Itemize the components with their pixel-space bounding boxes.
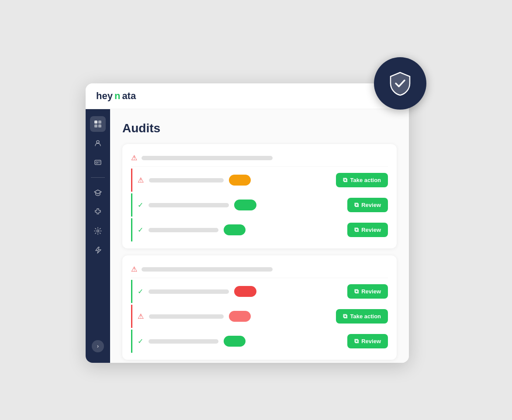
svg-rect-1 [98,120,101,124]
logo-ata: ata [122,90,136,102]
shield-badge [374,57,426,110]
app-header: heynata [86,83,409,109]
audit-row-1-1: ⚠ ⧉ Take action [131,169,388,192]
sidebar: › [86,109,110,363]
sidebar-icon-graduation[interactable] [90,185,106,200]
warning-icon-1: ⚠ [138,176,144,184]
audit-rows-2: ✓ ⧉ Review ⚠ [131,280,388,353]
status-badge-red-1 [234,286,256,297]
check-icon-1: ✓ [138,201,143,209]
sidebar-divider-1 [91,177,105,178]
status-badge-salmon-1 [229,311,251,322]
review-button-1[interactable]: ⧉ Review [347,198,388,212]
main-content: Audits ⚠ ⚠ [110,109,409,363]
copy-icon-3: ⧉ [354,226,359,234]
copy-icon-6: ⧉ [354,337,359,345]
row-text-2-1 [149,289,229,294]
app-window: heynata [86,83,409,363]
review-button-4[interactable]: ⧉ Review [347,334,388,348]
audit-header-text-1 [142,156,273,160]
copy-icon-5: ⧉ [343,313,347,320]
copy-icon-4: ⧉ [354,288,359,295]
page-title: Audits [122,121,397,135]
row-text-1-3 [149,228,218,232]
warning-icon-3: ⚠ [138,312,144,320]
audit-row-2-1: ✓ ⧉ Review [131,280,388,303]
audit-row-1-2: ✓ ⧉ Review [131,193,388,217]
check-icon-3: ✓ [138,287,143,296]
copy-icon-1: ⧉ [343,176,347,184]
audit-row-2-2: ⚠ ⧉ Take action [131,305,388,328]
take-action-button-1[interactable]: ⧉ Take action [336,173,388,187]
status-badge-green-1 [234,200,256,210]
warning-icon: ⚠ [131,154,137,162]
check-icon-4: ✓ [138,337,143,345]
sidebar-icon-id[interactable] [90,155,106,170]
sidebar-expand-button[interactable]: › [92,340,104,352]
check-icon-2: ✓ [138,226,143,234]
review-label-3: Review [361,288,381,295]
svg-point-10 [97,230,99,232]
warning-icon-2: ⚠ [131,265,137,273]
review-button-3[interactable]: ⧉ Review [347,284,388,299]
status-badge-green-3 [224,336,246,347]
logo-n: n [114,90,120,102]
svg-point-6 [96,162,98,163]
shield-icon [387,70,413,96]
svg-rect-3 [98,124,101,127]
row-text-1-1 [149,178,224,182]
audit-row-2-3: ✓ ⧉ Review [131,330,388,353]
sidebar-icon-puzzle[interactable] [90,204,106,220]
status-badge-green-2 [224,224,246,235]
sidebar-icon-users[interactable] [90,135,106,151]
logo: heynata [96,90,136,102]
review-label-4: Review [361,338,381,344]
outer-wrapper: heynata [86,57,426,363]
audit-row-1-3: ✓ ⧉ Review [131,218,388,241]
sidebar-icon-dashboard[interactable] [90,116,106,132]
status-badge-yellow-1 [229,175,251,186]
audit-rows-1: ⚠ ⧉ Take action ✓ [131,169,388,241]
svg-rect-0 [94,120,97,124]
svg-point-4 [97,141,99,143]
sidebar-icon-settings[interactable] [90,223,106,239]
row-text-2-2 [149,314,224,319]
take-action-label-2: Take action [350,313,381,320]
take-action-button-2[interactable]: ⧉ Take action [336,309,388,324]
svg-rect-2 [94,124,97,127]
chevron-right-icon: › [97,343,99,349]
audit-card-2: ⚠ ✓ ⧉ Review [122,255,397,360]
row-text-1-2 [149,203,229,207]
sidebar-icon-bolt[interactable] [90,242,106,258]
row-text-2-3 [149,339,218,344]
audit-card-1-header: ⚠ [131,151,388,167]
audit-card-1: ⚠ ⚠ ⧉ Take action [122,144,397,248]
review-label-2: Review [361,227,381,233]
review-label-1: Review [361,202,381,208]
copy-icon-2: ⧉ [354,201,359,209]
app-body: › Audits ⚠ ⚠ [86,109,409,363]
audit-header-text-2 [142,267,273,272]
logo-hey: hey [96,90,113,102]
review-button-2[interactable]: ⧉ Review [347,223,388,237]
take-action-label-1: Take action [350,177,381,183]
audit-card-2-header: ⚠ [131,262,388,278]
